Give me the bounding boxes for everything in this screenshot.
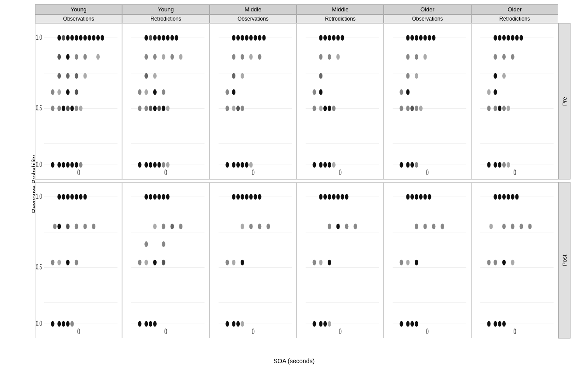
svg-point-33 (70, 106, 74, 111)
svg-point-346 (511, 223, 514, 229)
svg-point-78 (138, 162, 142, 168)
svg-point-143 (328, 162, 331, 168)
svg-point-249 (171, 223, 174, 229)
svg-point-242 (149, 194, 153, 199)
svg-point-269 (241, 194, 244, 199)
svg-point-114 (241, 162, 244, 168)
svg-point-271 (249, 194, 252, 199)
svg-point-292 (323, 194, 327, 199)
svg-point-187 (494, 54, 497, 60)
svg-point-229 (62, 321, 65, 326)
svg-point-185 (515, 35, 518, 41)
svg-point-186 (519, 35, 523, 41)
svg-point-109 (236, 106, 240, 111)
svg-point-228 (57, 321, 61, 326)
svg-point-58 (171, 35, 174, 41)
svg-point-191 (502, 73, 506, 79)
svg-point-31 (62, 106, 65, 111)
svg-point-188 (502, 54, 506, 60)
svg-point-355 (498, 321, 501, 326)
svg-point-69 (153, 89, 157, 95)
svg-point-16 (57, 54, 61, 60)
svg-point-42 (79, 162, 83, 168)
svg-point-295 (336, 194, 340, 199)
svg-point-318 (419, 194, 423, 199)
svg-point-252 (162, 241, 165, 247)
svg-point-61 (153, 54, 157, 60)
svg-point-353 (487, 321, 490, 326)
svg-point-180 (494, 35, 497, 41)
svg-point-136 (319, 106, 322, 111)
svg-point-275 (249, 223, 252, 229)
svg-point-27 (66, 89, 70, 95)
svg-point-5 (57, 35, 61, 41)
main-grid: Young Young Middle Middle Older Older Ob… (35, 4, 570, 342)
svg-point-68 (145, 89, 148, 95)
svg-point-254 (145, 259, 148, 265)
x-axis-label: SOA (seconds) (273, 357, 315, 364)
svg-point-298 (328, 223, 331, 229)
svg-point-189 (511, 54, 514, 60)
svg-point-241 (145, 194, 148, 199)
svg-point-52 (145, 35, 148, 41)
svg-point-338 (494, 194, 497, 199)
svg-point-182 (502, 35, 506, 41)
svg-point-155 (424, 35, 427, 41)
svg-point-248 (162, 223, 165, 229)
svg-point-141 (319, 162, 322, 168)
col-header-2-sub: Observations (210, 14, 297, 23)
svg-point-130 (328, 54, 331, 60)
svg-point-101 (249, 54, 252, 60)
svg-point-351 (502, 259, 506, 265)
svg-point-319 (424, 194, 427, 199)
svg-text:0.0: 0.0 (36, 319, 42, 327)
row-label-post: Post (558, 182, 570, 339)
svg-point-217 (53, 223, 56, 229)
svg-point-151 (406, 35, 410, 41)
svg-point-227 (51, 321, 55, 326)
svg-point-8 (70, 35, 74, 41)
svg-point-137 (323, 106, 327, 111)
svg-text:0: 0 (339, 327, 342, 336)
svg-point-272 (253, 194, 257, 199)
svg-point-22 (66, 73, 70, 79)
svg-point-71 (138, 106, 142, 111)
svg-point-11 (84, 35, 87, 41)
svg-point-294 (332, 194, 336, 199)
svg-point-160 (424, 54, 427, 60)
svg-point-184 (511, 35, 514, 41)
svg-point-172 (411, 162, 414, 168)
col-header-1-top: Young (122, 4, 209, 14)
svg-point-12 (88, 35, 91, 41)
svg-point-66 (153, 73, 157, 79)
svg-point-63 (171, 54, 174, 60)
svg-point-345 (502, 223, 506, 229)
svg-point-111 (225, 162, 229, 168)
svg-point-133 (313, 89, 316, 95)
svg-point-293 (328, 194, 331, 199)
svg-point-97 (258, 35, 261, 41)
svg-point-344 (489, 223, 493, 229)
svg-point-341 (507, 194, 510, 199)
panel-pre-3: 0 (297, 23, 384, 180)
svg-point-28 (75, 89, 78, 95)
svg-point-77 (166, 106, 170, 111)
col-header-4-sub: Observations (384, 14, 471, 23)
svg-point-102 (258, 54, 261, 60)
svg-point-258 (145, 321, 148, 326)
svg-point-270 (245, 194, 248, 199)
svg-point-65 (145, 73, 148, 79)
svg-point-157 (432, 35, 436, 41)
svg-text:0: 0 (252, 169, 254, 177)
svg-point-84 (166, 162, 170, 168)
panel-pre-4: 0 (384, 23, 471, 180)
svg-point-67 (138, 89, 142, 95)
svg-point-10 (79, 35, 83, 41)
svg-point-214 (75, 194, 78, 199)
svg-point-302 (313, 259, 316, 265)
svg-point-127 (336, 35, 340, 41)
svg-point-306 (319, 321, 322, 326)
svg-point-124 (323, 35, 327, 41)
svg-point-347 (519, 223, 523, 229)
row-label-pre: Pre (558, 23, 570, 180)
